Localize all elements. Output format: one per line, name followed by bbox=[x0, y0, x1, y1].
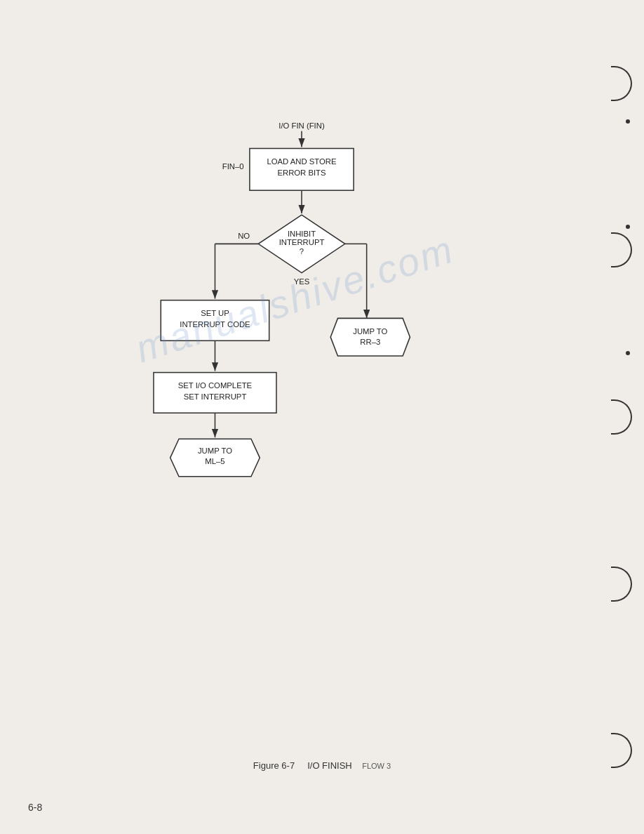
load-store-text-2: ERROR BITS bbox=[277, 168, 326, 177]
curve-mark-3 bbox=[611, 399, 632, 435]
jump-ml5-text-2: ML–5 bbox=[205, 457, 224, 465]
page-number: 6-8 bbox=[28, 802, 42, 813]
setup-text-1: SET UP bbox=[201, 309, 229, 317]
curve-mark-1 bbox=[611, 66, 632, 101]
jump-rr3-text-1: JUMP TO bbox=[353, 327, 387, 336]
yes-label: YES bbox=[294, 277, 310, 286]
right-dot-3 bbox=[626, 351, 630, 355]
page: manualshive.com I/O FIN (FIN) LOAD AND S… bbox=[0, 0, 644, 834]
right-dot-1 bbox=[626, 119, 630, 124]
jump-ml5-text-1: JUMP TO bbox=[198, 446, 232, 455]
fin0-label: FIN–0 bbox=[222, 162, 244, 171]
setio-text-1: SET I/O COMPLETE bbox=[178, 381, 253, 390]
right-dot-2 bbox=[626, 225, 630, 229]
setio-text-2: SET INTERRUPT bbox=[184, 392, 247, 401]
diagram-title: I/O FIN (FIN) bbox=[279, 121, 325, 130]
inhibit-text-3: ? bbox=[300, 247, 304, 256]
inhibit-text-1: INHIBIT bbox=[288, 230, 316, 238]
figure-number: Figure 6-7 bbox=[253, 760, 295, 771]
figure-caption: Figure 6-7 I/O FINISH FLOW 3 bbox=[0, 760, 644, 771]
jump-rr3-hex bbox=[330, 318, 410, 356]
figure-title: I/O FINISH bbox=[307, 760, 352, 771]
jump-rr3-text-2: RR–3 bbox=[360, 338, 380, 346]
load-store-text-1: LOAD AND STORE bbox=[267, 157, 337, 166]
inhibit-text-2: INTERRUPT bbox=[279, 238, 325, 246]
flowchart: I/O FIN (FIN) LOAD AND STORE ERROR BITS … bbox=[112, 112, 491, 604]
figure-subtitle: FLOW 3 bbox=[362, 762, 391, 770]
setup-text-2: INTERRUPT CODE bbox=[180, 320, 250, 329]
curve-mark-4 bbox=[611, 567, 632, 602]
curve-mark-2 bbox=[611, 232, 632, 267]
right-curves bbox=[608, 0, 636, 834]
no-label: NO bbox=[238, 232, 250, 240]
